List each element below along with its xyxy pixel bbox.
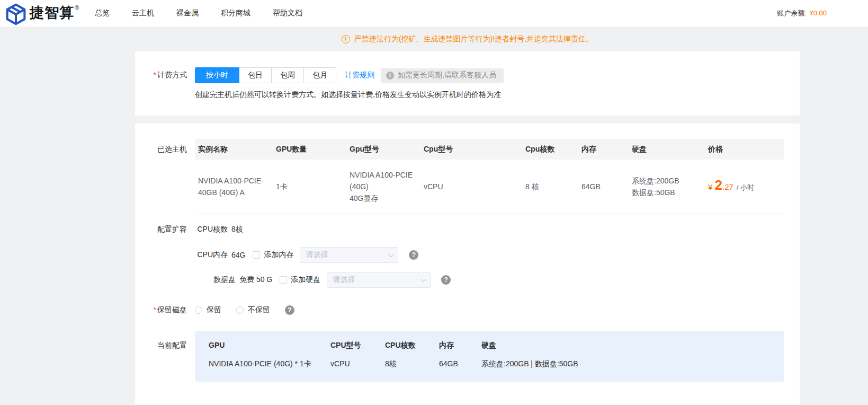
add-memory-label[interactable]: 添加内存 bbox=[264, 250, 293, 260]
config-cell-gpu: NVIDIA A100-PCIE (40G) * 1卡 bbox=[209, 355, 330, 382]
required-asterisk: * bbox=[154, 305, 156, 314]
col-header-instance-name: 实例名称 bbox=[195, 139, 273, 160]
selected-host-label: 已选主机 bbox=[151, 139, 187, 214]
add-disk-checkbox[interactable] bbox=[280, 276, 287, 284]
cell-gpu-model: NVIDIA A100-PCIE (40G) 40G显存 bbox=[346, 160, 420, 214]
col-header-price: 价格 bbox=[705, 139, 784, 160]
cell-cpu-model: vCPU bbox=[420, 160, 522, 214]
config-cell-cpu-model: vCPU bbox=[330, 355, 385, 382]
logo-text: 捷智算 bbox=[30, 1, 74, 24]
balance-value: ¥0.00 bbox=[809, 9, 827, 17]
radio-icon bbox=[236, 306, 244, 314]
data-disk-value: 免费 50 G bbox=[239, 275, 272, 285]
billing-option-monthly[interactable]: 包月 bbox=[303, 67, 336, 83]
required-asterisk: * bbox=[154, 71, 156, 79]
add-memory-checkbox[interactable] bbox=[253, 251, 260, 259]
radio-icon bbox=[195, 306, 202, 314]
nav-item-bare-metal[interactable]: 裸金属 bbox=[175, 6, 200, 20]
cell-gpu-count: 1卡 bbox=[273, 160, 346, 214]
warning-icon: ! bbox=[342, 35, 350, 43]
nav-item-cloud-host[interactable]: 云主机 bbox=[131, 6, 155, 20]
memory-select-placeholder: 请选择 bbox=[306, 250, 328, 260]
config-col-memory: 内存 bbox=[439, 331, 481, 355]
logo-cube-icon bbox=[5, 3, 26, 26]
disk-size-select[interactable]: 请选择 bbox=[327, 272, 431, 288]
billing-card: *计费方式 按小时 包日 包周 包月 计费规则 i 如需更长周期,请联系客服人员… bbox=[135, 51, 800, 116]
config-cell-cpu-cores: 8核 bbox=[385, 355, 439, 382]
config-cell-memory: 64GB bbox=[439, 355, 481, 382]
main-nav: 总览 云主机 裸金属 积分商城 帮助文档 bbox=[94, 6, 303, 20]
retain-disk-label: *保留磁盘 bbox=[151, 305, 187, 315]
billing-method-label: *计费方式 bbox=[151, 71, 187, 80]
col-header-cpu-cores: Cpu核数 bbox=[522, 139, 578, 160]
col-header-cpu-model: Cpu型号 bbox=[420, 139, 522, 160]
host-config-card: 已选主机 实例名称 GPU数量 Gpu型号 Cpu型号 Cpu核数 bbox=[135, 124, 800, 405]
logo-registered-mark: ® bbox=[75, 4, 79, 11]
chevron-down-icon bbox=[388, 251, 394, 257]
not-retain-radio[interactable]: 不保留 bbox=[236, 305, 270, 315]
config-cell-disk: 系统盘:200GB | 数据盘:50GB bbox=[481, 355, 784, 382]
current-config-label: 当前配置 bbox=[151, 331, 187, 382]
nav-item-help-docs[interactable]: 帮助文档 bbox=[272, 6, 303, 20]
info-icon: i bbox=[386, 72, 394, 80]
warning-banner: ! 严禁违法行为(挖矿、生成违禁图片等行为)!违者封号,并追究其法律责任。 bbox=[135, 27, 800, 51]
config-col-disk: 硬盘 bbox=[481, 331, 784, 355]
price-integer: 2 bbox=[715, 177, 722, 193]
disk-select-placeholder: 请选择 bbox=[333, 275, 355, 285]
table-row: NVIDIA A100-PCIE-40GB (40G) A 1卡 NVIDIA … bbox=[195, 160, 784, 214]
memory-size-select[interactable]: 请选择 bbox=[300, 247, 398, 263]
current-config-table: GPU CPU型号 CPU核数 内存 硬盘 NVIDIA A100-PCIE (… bbox=[195, 331, 784, 382]
tip-text: 如需更长周期,请联系客服人员 bbox=[398, 71, 496, 80]
cell-cpu-cores: 8 核 bbox=[522, 160, 578, 214]
balance-label: 账户余额: bbox=[777, 9, 807, 17]
price-decimal: .27 bbox=[722, 182, 733, 191]
billing-note: 创建完主机后仍然可以转换计费方式。如选择按量计费,价格发生变动以实例开机时的价格… bbox=[195, 90, 784, 100]
col-header-memory: 内存 bbox=[578, 139, 629, 160]
memory-help-icon[interactable]: ? bbox=[409, 250, 418, 260]
not-retain-option-label: 不保留 bbox=[248, 305, 270, 315]
account-balance[interactable]: 账户余额: ¥0.00 bbox=[777, 8, 868, 18]
chevron-down-icon bbox=[420, 276, 426, 281]
config-col-cpu-model: CPU型号 bbox=[330, 331, 385, 355]
warning-text: 严禁违法行为(挖矿、生成违禁图片等行为)!违者封号,并追究其法律责任。 bbox=[354, 34, 593, 44]
cell-memory: 64GB bbox=[578, 160, 629, 214]
topbar: 捷智算 ® 总览 云主机 裸金属 积分商城 帮助文档 账户余额: ¥0.00 bbox=[0, 0, 868, 27]
cpu-cores-label: CPU核数 bbox=[195, 225, 228, 234]
billing-rules-link[interactable]: 计费规则 bbox=[345, 71, 374, 80]
retain-help-icon[interactable]: ? bbox=[285, 305, 294, 315]
billing-option-daily[interactable]: 包日 bbox=[239, 67, 272, 83]
disk-help-icon[interactable]: ? bbox=[441, 275, 451, 285]
billing-option-hourly[interactable]: 按小时 bbox=[195, 67, 239, 83]
selected-host-table: 实例名称 GPU数量 Gpu型号 Cpu型号 Cpu核数 内存 硬盘 价格 NV bbox=[195, 139, 784, 214]
price-currency: ¥ bbox=[708, 182, 715, 191]
longer-period-tip: i 如需更长周期,请联系客服人员 bbox=[381, 68, 504, 83]
config-col-cpu-cores: CPU核数 bbox=[385, 331, 439, 355]
data-disk-label: 数据盘 bbox=[203, 275, 236, 285]
cell-price: ¥ 2.27/ 小时 bbox=[705, 160, 784, 214]
logo[interactable]: 捷智算 ® bbox=[5, 1, 79, 26]
col-header-gpu-count: GPU数量 bbox=[273, 139, 346, 160]
retain-radio[interactable]: 保留 bbox=[195, 305, 221, 315]
col-header-disk: 硬盘 bbox=[629, 139, 705, 160]
cell-disk: 系统盘:200GB 数据盘:50GB bbox=[629, 160, 705, 214]
billing-period-segmented-control: 按小时 包日 包周 包月 bbox=[195, 67, 336, 83]
billing-option-weekly[interactable]: 包周 bbox=[271, 67, 304, 83]
price-unit: / 小时 bbox=[737, 183, 754, 191]
cpu-cores-value: 8核 bbox=[231, 225, 243, 234]
config-col-gpu: GPU bbox=[209, 331, 330, 355]
expansion-label: 配置扩容 bbox=[151, 225, 187, 288]
cpu-memory-value: 64G bbox=[231, 251, 245, 259]
cpu-memory-label: CPU内存 bbox=[195, 250, 228, 260]
nav-item-overview[interactable]: 总览 bbox=[94, 6, 111, 20]
table-header-row: 实例名称 GPU数量 Gpu型号 Cpu型号 Cpu核数 内存 硬盘 价格 bbox=[195, 139, 784, 160]
retain-option-label: 保留 bbox=[207, 305, 221, 315]
nav-item-points-mall[interactable]: 积分商城 bbox=[220, 6, 252, 20]
col-header-gpu-model: Gpu型号 bbox=[346, 139, 420, 160]
cell-instance-name: NVIDIA A100-PCIE-40GB (40G) A bbox=[195, 160, 273, 214]
add-disk-label[interactable]: 添加硬盘 bbox=[291, 275, 320, 285]
